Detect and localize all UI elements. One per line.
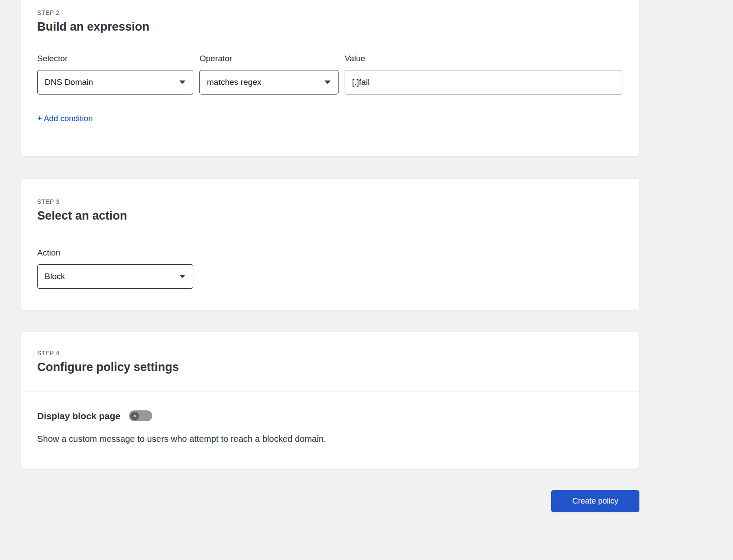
operator-dropdown[interactable]: matches regex <box>199 70 339 94</box>
block-page-description: Show a custom message to users who attem… <box>37 434 622 444</box>
selector-field: Selector DNS Domain <box>37 54 193 94</box>
operator-label: Operator <box>199 54 339 63</box>
step3-label: STEP 3 <box>37 198 622 205</box>
step2-label: STEP 2 <box>37 9 622 16</box>
display-block-page-label: Display block page <box>37 411 120 421</box>
policy-settings-header: STEP 4 Configure policy settings <box>21 332 639 392</box>
add-condition-link[interactable]: + Add condition <box>37 114 93 123</box>
selector-dropdown-value: DNS Domain <box>45 77 93 87</box>
create-policy-button[interactable]: Create policy <box>551 490 639 512</box>
action-dropdown-value: Block <box>45 272 65 281</box>
block-page-row: Display block page ✕ <box>37 410 622 421</box>
select-action-title: Select an action <box>37 209 622 223</box>
action-dropdown[interactable]: Block <box>37 264 193 289</box>
value-label: Value <box>345 54 622 63</box>
build-expression-card: STEP 2 Build an expression Selector DNS … <box>20 0 639 157</box>
action-label: Action <box>37 248 622 258</box>
operator-dropdown-value: matches regex <box>207 77 262 87</box>
value-input[interactable] <box>345 70 622 94</box>
policy-settings-card: STEP 4 Configure policy settings Display… <box>20 332 639 469</box>
build-expression-title: Build an expression <box>37 20 622 34</box>
toggle-off-icon: ✕ <box>130 412 139 420</box>
expression-fields-row: Selector DNS Domain Operator matches reg… <box>37 54 622 94</box>
chevron-down-icon <box>179 80 185 84</box>
policy-settings-body: Display block page ✕ Show a custom messa… <box>21 392 639 444</box>
select-action-card: STEP 3 Select an action Action Block <box>20 178 639 311</box>
display-block-page-toggle[interactable]: ✕ <box>129 410 152 421</box>
selector-dropdown[interactable]: DNS Domain <box>37 70 193 94</box>
operator-field: Operator matches regex <box>199 54 339 94</box>
policy-settings-title: Configure policy settings <box>37 360 622 374</box>
step4-label: STEP 4 <box>37 350 622 357</box>
value-field: Value <box>345 54 622 94</box>
chevron-down-icon <box>179 275 185 278</box>
selector-label: Selector <box>37 54 193 63</box>
chevron-down-icon <box>325 80 331 84</box>
